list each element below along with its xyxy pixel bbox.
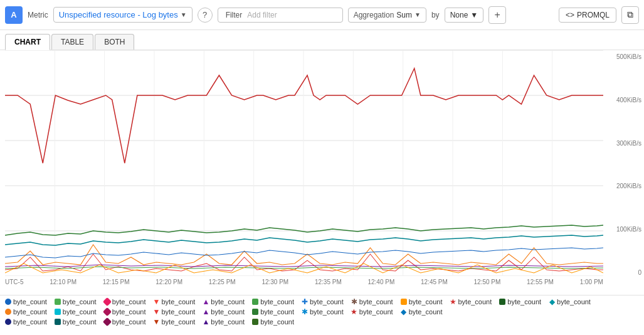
copy-button[interactable]: ⧉ <box>621 6 639 24</box>
legend-label: byte_count <box>13 308 47 316</box>
tab-both[interactable]: BOTH <box>95 34 134 50</box>
y-axis-labels: 500KiB/s 400KiB/s 300KiB/s 200KiB/s 100K… <box>606 50 644 295</box>
chart-svg <box>5 50 603 276</box>
legend-item[interactable]: ▲ byte_count <box>203 298 245 306</box>
legend-item[interactable]: ✱ byte_count <box>302 308 344 316</box>
legend-item[interactable]: ✚ byte_count <box>302 298 344 306</box>
x-label-1215: 12:15 PM <box>103 279 130 285</box>
tabs-bar: CHART TABLE BOTH <box>0 30 644 50</box>
legend-label: byte_count <box>310 308 344 316</box>
legend-dot-blue-diamond: ◆ <box>401 309 407 315</box>
legend-item[interactable]: byte_count <box>5 318 47 326</box>
legend-dot-maroon <box>103 317 112 326</box>
legend-item[interactable]: byte_count <box>55 308 97 316</box>
legend-item[interactable]: byte_count <box>252 298 294 306</box>
none-value: None <box>450 11 468 19</box>
legend-dot-darkteal <box>55 319 61 325</box>
legend-item[interactable]: byte_count <box>55 298 97 306</box>
legend-label: byte_count <box>161 308 195 316</box>
chart-svg-container <box>5 50 603 276</box>
legend-item[interactable]: ▼ byte_count <box>153 308 195 316</box>
metric-value: Unspecified resource - Log bytes <box>59 10 178 19</box>
legend-label: byte_count <box>260 308 294 316</box>
legend-item[interactable]: ▲ byte_count <box>203 308 245 316</box>
green-line <box>5 225 603 235</box>
legend-label: byte_count <box>211 298 245 306</box>
promql-button[interactable]: <> PROMQL <box>559 8 616 23</box>
y-label-0: 0 <box>606 269 641 276</box>
legend-item[interactable]: ▲ byte_count <box>203 318 245 326</box>
legend-dot-deepred <box>103 307 112 316</box>
legend-item[interactable]: byte_count <box>252 318 294 326</box>
legend-item[interactable]: ◆ byte_count <box>549 298 591 306</box>
y-label-500: 500KiB/s <box>606 53 641 60</box>
legend-item[interactable]: byte_count <box>499 298 541 306</box>
main-chart-line <box>5 68 603 163</box>
x-label-100: 1:00 PM <box>580 279 603 285</box>
legend-item[interactable]: byte_count <box>104 318 146 326</box>
metric-label: Metric <box>28 11 48 19</box>
legend-item[interactable]: byte_count <box>104 308 146 316</box>
aggregation-label: Aggregation <box>354 11 394 19</box>
help-button[interactable]: ? <box>198 8 213 23</box>
legend-item[interactable]: byte_count <box>5 308 47 316</box>
avatar: A <box>5 6 23 24</box>
y-label-300: 300KiB/s <box>606 140 641 147</box>
x-label-1230: 12:30 PM <box>261 279 288 285</box>
legend-label: byte_count <box>359 298 393 306</box>
orange-line <box>5 245 603 265</box>
aggregation-value: Sum <box>396 11 412 19</box>
legend-dot-orange <box>401 299 407 305</box>
legend-label: byte_count <box>112 298 146 306</box>
legend-label: byte_count <box>260 298 294 306</box>
legend-item[interactable]: ★ byte_count <box>351 308 393 316</box>
legend-label: byte_count <box>63 318 97 326</box>
tab-table[interactable]: TABLE <box>51 34 93 50</box>
legend-dot-pink <box>103 297 112 306</box>
legend-dot-purple-triangle2: ▲ <box>203 309 209 315</box>
legend-dot-deeppurple-triangle: ▲ <box>203 319 209 325</box>
legend-item[interactable]: ▼ byte_count <box>153 318 195 326</box>
filter-section: Filter Add filter <box>218 8 343 23</box>
legend-dot-teal-diamond: ◆ <box>549 299 555 305</box>
legend-label: byte_count <box>310 298 344 306</box>
legend-label: byte_count <box>260 318 294 326</box>
legend-dot-red-triangle: ▼ <box>153 299 159 305</box>
x-label-1220: 12:20 PM <box>156 279 182 285</box>
legend-item[interactable]: byte_count <box>252 308 294 316</box>
add-button[interactable]: + <box>488 6 506 24</box>
legend-dot-green2 <box>252 299 258 305</box>
metric-select[interactable]: Unspecified resource - Log bytes ▼ <box>53 7 193 23</box>
by-label: by <box>431 11 440 19</box>
legend-label: byte_count <box>13 298 47 306</box>
legend-dot-lightgreen <box>252 319 258 325</box>
legend-item[interactable]: byte_count <box>401 298 443 306</box>
promql-label: PROMQL <box>577 11 610 19</box>
legend-item[interactable]: ✱ byte_count <box>351 298 393 306</box>
add-filter-placeholder[interactable]: Add filter <box>247 11 277 19</box>
tab-chart[interactable]: CHART <box>5 34 50 50</box>
legend-dot-blue-plus: ✚ <box>302 299 308 305</box>
legend-dot-blue-star: ✱ <box>302 309 308 315</box>
legend-dot-blue <box>5 299 11 305</box>
legend-item[interactable]: ★ byte_count <box>450 298 492 306</box>
x-label-1240: 12:40 PM <box>367 279 394 285</box>
chart-area: 500KiB/s 400KiB/s 300KiB/s 200KiB/s 100K… <box>0 50 644 295</box>
legend-label: byte_count <box>507 298 541 306</box>
teal-line <box>5 235 603 245</box>
legend-item[interactable]: ▼ byte_count <box>153 298 195 306</box>
legend-dot-brown-star: ✱ <box>351 299 357 305</box>
none-select[interactable]: None ▼ <box>445 8 484 23</box>
legend-item[interactable]: byte_count <box>55 318 97 326</box>
legend-label: byte_count <box>112 308 146 316</box>
legend-dot-green3 <box>252 309 258 315</box>
legend-item[interactable]: ◆ byte_count <box>401 308 443 316</box>
x-label-1235: 12:35 PM <box>315 279 342 285</box>
legend-label: byte_count <box>161 318 195 326</box>
legend-item[interactable]: byte_count <box>5 298 47 306</box>
legend-label: byte_count <box>211 318 245 326</box>
legend-item[interactable]: byte_count <box>104 298 146 306</box>
legend-dot-deeporange-triangle: ▼ <box>153 319 159 325</box>
x-label-1250: 12:50 PM <box>474 279 501 285</box>
y-label-100: 100KiB/s <box>606 226 641 233</box>
